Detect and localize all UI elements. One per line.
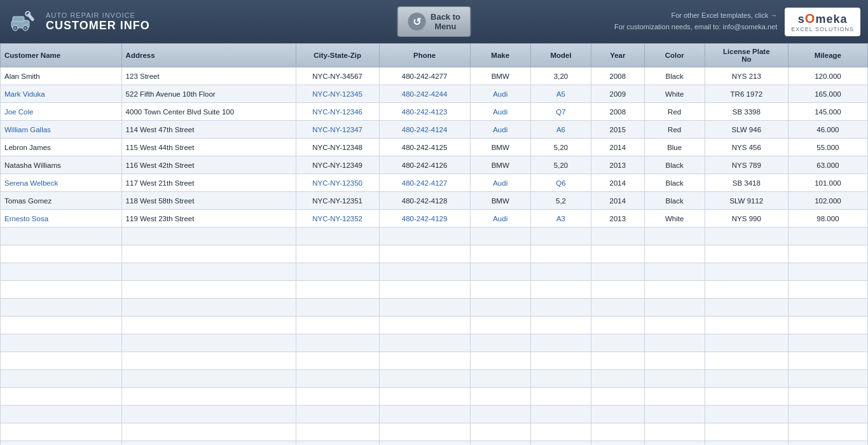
cell-address: 114 West 47th Street	[121, 121, 296, 139]
empty-cell	[296, 245, 379, 263]
cell-city: NYC-NY-34567	[296, 67, 379, 85]
cell-model: A5	[530, 85, 591, 103]
cell-name: Alan Smith	[1, 67, 122, 85]
cell-mileage: 120.000	[788, 67, 867, 85]
table-row[interactable]: Ernesto Sosa 119 West 23th Street NYC-NY…	[1, 210, 868, 228]
empty-cell	[644, 388, 705, 406]
table-row[interactable]: Lebron James 115 West 44th Street NYC-NY…	[1, 139, 868, 156]
cell-make: Audi	[470, 85, 530, 103]
empty-cell	[1, 406, 122, 423]
cell-phone: 480-242-4123	[379, 103, 470, 121]
cell-mileage: 101.000	[788, 174, 867, 192]
empty-cell	[121, 334, 296, 352]
cell-address: 118 West 58th Street	[121, 192, 296, 210]
empty-cell	[121, 441, 296, 446]
table-row[interactable]: Serena Welbeck 117 West 21th Street NYC-…	[1, 174, 868, 192]
empty-cell	[644, 441, 705, 446]
empty-cell	[470, 406, 530, 423]
cell-color: Red	[644, 121, 705, 139]
empty-cell	[591, 370, 644, 388]
cell-address: 4000 Town Center Blvd Suite 100	[121, 103, 296, 121]
table-row[interactable]: William Gallas 114 West 47th Street NYC-…	[1, 121, 868, 139]
empty-cell	[1, 388, 122, 406]
empty-cell	[379, 317, 470, 334]
empty-cell	[788, 317, 867, 334]
empty-cell	[705, 299, 788, 317]
empty-cell	[788, 423, 867, 441]
table-row[interactable]: Joe Cole 4000 Town Center Blvd Suite 100…	[1, 103, 868, 121]
empty-cell	[1, 245, 122, 263]
empty-cell	[470, 263, 530, 281]
cell-color: Red	[644, 103, 705, 121]
cell-name: Serena Welbeck	[1, 174, 122, 192]
cell-make: Audi	[470, 121, 530, 139]
empty-cell	[1, 352, 122, 370]
empty-cell	[644, 317, 705, 334]
cell-color: Blue	[644, 139, 705, 156]
cell-model: 3,20	[530, 67, 591, 85]
empty-cell	[379, 388, 470, 406]
empty-cell	[530, 388, 591, 406]
empty-cell	[470, 388, 530, 406]
empty-cell	[788, 299, 867, 317]
table-row-empty	[1, 245, 868, 263]
empty-cell	[591, 299, 644, 317]
empty-cell	[1, 423, 122, 441]
empty-cell	[591, 334, 644, 352]
empty-cell	[470, 352, 530, 370]
empty-cell	[530, 281, 591, 299]
cell-license: SLW 9112	[705, 192, 788, 210]
cell-year: 2009	[591, 85, 644, 103]
cell-color: Black	[644, 67, 705, 85]
empty-cell	[788, 352, 867, 370]
back-arrow-icon: ↺	[408, 13, 425, 31]
empty-cell	[530, 245, 591, 263]
cell-mileage: 102.000	[788, 192, 867, 210]
empty-cell	[379, 406, 470, 423]
table-row[interactable]: Tomas Gomez 118 West 58th Street NYC-NY-…	[1, 192, 868, 210]
header-center: ↺ Back toMenu	[397, 6, 471, 37]
table-row-empty	[1, 263, 868, 281]
empty-cell	[788, 245, 867, 263]
empty-cell	[379, 441, 470, 446]
cell-name: Tomas Gomez	[1, 192, 122, 210]
empty-cell	[591, 423, 644, 441]
cell-name: Mark Viduka	[1, 85, 122, 103]
table-row[interactable]: Alan Smith 123 Street NYC-NY-34567 480-2…	[1, 67, 868, 85]
empty-cell	[296, 317, 379, 334]
back-to-menu-button[interactable]: ↺ Back toMenu	[397, 6, 471, 37]
table-row-empty	[1, 228, 868, 245]
empty-cell	[705, 245, 788, 263]
table-row-empty	[1, 388, 868, 406]
cell-phone: 480-242-4277	[379, 67, 470, 85]
info-line1: For other Excel templates, click →	[614, 10, 777, 22]
cell-make: BMW	[470, 156, 530, 174]
cell-color: Black	[644, 192, 705, 210]
cell-color: Black	[644, 174, 705, 192]
svg-rect-1	[13, 17, 24, 22]
empty-cell	[379, 334, 470, 352]
col-header-name: Customer Name	[1, 44, 122, 67]
empty-cell	[705, 317, 788, 334]
table-row-empty	[1, 423, 868, 441]
table-row-empty	[1, 281, 868, 299]
svg-point-5	[24, 27, 27, 29]
empty-cell	[379, 263, 470, 281]
empty-cell	[530, 334, 591, 352]
empty-cell	[788, 406, 867, 423]
cell-city: NYC-NY-12350	[296, 174, 379, 192]
empty-cell	[121, 352, 296, 370]
table-row[interactable]: Natasha Williams 116 West 42th Street NY…	[1, 156, 868, 174]
empty-cell	[296, 370, 379, 388]
cell-license: SB 3398	[705, 103, 788, 121]
empty-cell	[644, 423, 705, 441]
cell-address: 115 West 44th Street	[121, 139, 296, 156]
empty-cell	[296, 299, 379, 317]
table-row[interactable]: Mark Viduka 522 Fifth Avenue 10th Floor …	[1, 85, 868, 103]
empty-cell	[296, 334, 379, 352]
cell-name: Natasha Williams	[1, 156, 122, 174]
empty-cell	[705, 370, 788, 388]
cell-name: William Gallas	[1, 121, 122, 139]
empty-cell	[705, 423, 788, 441]
empty-cell	[788, 370, 867, 388]
